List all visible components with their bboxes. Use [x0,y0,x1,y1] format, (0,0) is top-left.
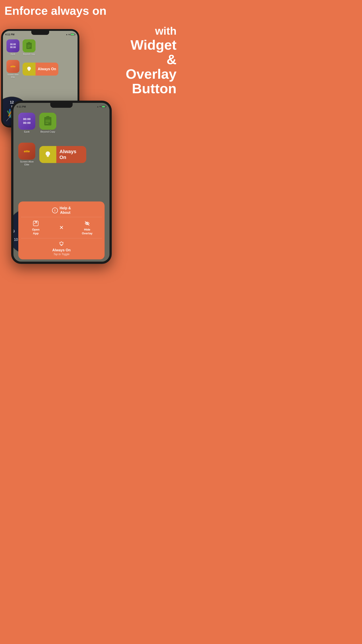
elite-icon-visual: elite [6,60,19,73]
phone1-beyond-icon[interactable]: Beyond Copy [22,39,35,56]
open-app-icon [32,220,39,227]
svg-rect-4 [27,47,29,48]
svg-line-54 [34,222,37,224]
phone2-action-menu: i Help & About Open App ✕ [18,202,105,260]
beyond-lg-visual [39,113,56,130]
hide-overlay-button[interactable]: Hide Overlay [79,220,95,236]
open-app-svg [33,220,39,226]
beyond-label: Beyond Copy [23,53,35,56]
phone1-battery-number: 91 [68,34,70,36]
phone1-app-row1: 00:00 00:00 Epok Beyond Copy [6,39,35,56]
header-right-section: with Widget & Overlay Button [126,24,177,96]
epok-lg-visual: 00:00 00:00 [18,113,35,130]
phone1-epok-icon[interactable]: 00:00 00:00 Epok [6,39,19,56]
header-ampersand: & [126,52,177,67]
tap-to-toggle-label: Tap to Toggle [53,253,69,256]
svg-rect-27 [46,116,49,118]
phone1-battery: 91 [68,33,75,36]
hide-overlay-label: Hide Overlay [82,228,92,236]
phone2-app-row2: elite Screen Alive Elite Always On [18,143,86,166]
svg-text:10: 10 [14,238,18,242]
phone2-epok-icon[interactable]: 00:00 00:00 Epok [18,113,35,133]
widget-bulb-icon [22,62,35,76]
phone2-notch [50,103,73,108]
header-widget: Widget [126,38,177,52]
svg-rect-3 [27,46,31,46]
hide-overlay-svg [84,220,90,226]
lightbulb-widget-icon [26,66,32,72]
clipboard-icon [25,42,33,50]
phone2-app-row1: 00:00 00:00 Epok Beyond Copy [18,113,56,133]
phone2-screen: 4:11 PM ▲ 91 00:00 00:00 [13,103,109,262]
phone2-elite-label: Screen Alive Elite [18,160,35,166]
phone1-elite-icon[interactable]: elite Screen Alive Elite [6,60,19,78]
svg-point-31 [45,152,50,156]
always-on-lightbulb [58,241,65,248]
widget-always-on-text: Always On [35,62,58,76]
svg-point-56 [60,242,63,245]
widget-bulb-lg [39,146,56,163]
phone2-elite-icon[interactable]: elite Screen Alive Elite [18,143,35,166]
svg-rect-30 [45,123,48,124]
menu-help-row: i Help & About [21,204,102,217]
phone1-status-icons: ▲ 91 [66,33,75,36]
clipboard-icon-lg [42,116,53,126]
svg-line-59 [63,242,64,242]
beyond-icon-visual [22,39,35,52]
phone1-time: 4:11 PM [5,33,14,36]
header-overlay: Overlay [126,67,177,81]
svg-rect-29 [45,122,50,122]
svg-text:11: 11 [4,124,7,126]
svg-rect-33 [47,156,49,157]
svg-rect-2 [27,45,31,46]
wifi-icon2: ▲ [97,106,99,108]
svg-point-5 [27,67,31,70]
open-app-button[interactable]: Open App [28,220,43,236]
phone2-time: 4:11 PM [16,105,26,108]
hide-overlay-icon [84,220,91,227]
phone2-battery: 91 [99,106,106,108]
svg-rect-7 [28,70,30,71]
close-button[interactable]: ✕ [57,224,65,232]
epok-label: Epok [11,53,15,56]
always-on-bottom-label: Always On [52,248,71,252]
phone2-beyond-label: Beyond Copy [40,130,55,133]
svg-rect-0 [26,43,32,49]
help-about-text[interactable]: Help & About [60,206,71,215]
wifi-icon: ▲ [66,33,68,36]
epok-icon-visual: 00:00 00:00 [6,39,19,52]
phone2-status-icons: ▲ 91 [97,106,106,108]
header-with: with [126,24,177,38]
menu-always-on-row[interactable]: Always On Tap to Toggle [21,238,102,257]
svg-line-58 [59,242,60,242]
lightbulb-widget-lg-icon [43,150,52,159]
phone2-always-on-widget[interactable]: Always On [39,146,86,163]
svg-rect-26 [44,117,51,126]
info-icon: i [52,208,58,213]
open-app-label: Open App [32,228,39,236]
elite-lg-visual: elite [18,143,35,160]
phone2-epok-label: Epok [24,130,29,133]
phone1-always-on-widget[interactable]: Always On [22,62,58,76]
phone2-battery-number: 91 [99,106,101,108]
phone2-beyond-icon[interactable]: Beyond Copy [39,113,56,133]
header-line1: Enforce always on [4,4,177,17]
elite-label: Screen Alive Elite [6,74,19,78]
menu-actions-row: Open App ✕ Hide Overlay [21,217,102,238]
widget-always-on-text-lg: Always On [56,146,86,163]
phone1-notch [31,31,49,35]
svg-rect-28 [45,120,50,120]
svg-text:9: 9 [13,230,15,233]
header-button: Button [126,81,177,96]
phone2-frame: 4:11 PM ▲ 91 00:00 00:00 [11,100,112,264]
phone1-app-row2: elite Screen Alive Elite Always On [6,60,58,78]
header-section: Enforce always on [4,4,177,17]
svg-rect-1 [28,42,30,44]
always-on-bulb-icon [58,240,65,248]
